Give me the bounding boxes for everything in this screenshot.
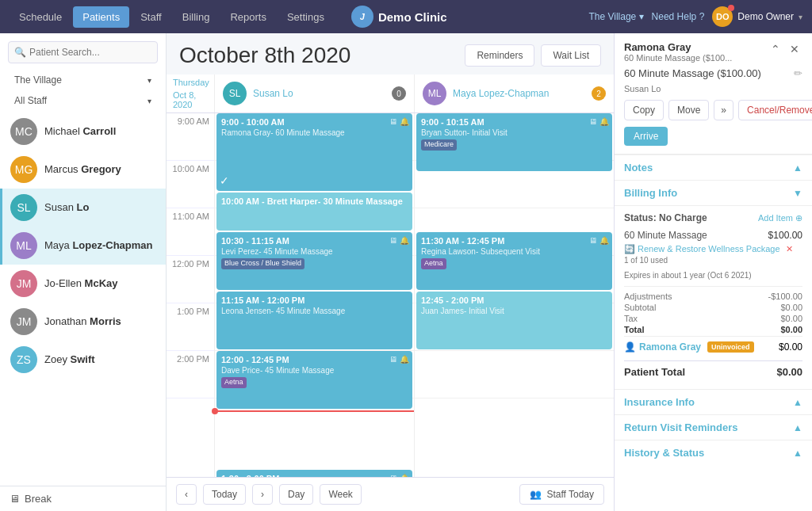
prev-button[interactable]: ‹: [176, 484, 197, 505]
patient-link[interactable]: 👤 Ramona Gray Uninvoiced: [624, 341, 754, 353]
nav-tab-schedule[interactable]: Schedule: [10, 6, 71, 28]
staff-list: MC Michael Carroll MG Marcus Gregory SL …: [0, 112, 166, 486]
col-badge-susan-lo: 0: [392, 86, 406, 101]
staff-item-michael-carroll[interactable]: MC Michael Carroll: [0, 112, 166, 151]
nav-tab-patients[interactable]: Patients: [73, 6, 129, 28]
calendar-title: October 8th 2020: [179, 43, 350, 68]
more-button[interactable]: »: [714, 100, 733, 120]
owner-area[interactable]: DO Demo Owner ▾: [712, 6, 802, 27]
total-row: Total $0.00: [624, 325, 802, 334]
staff-item-susan-lo[interactable]: SL Susan Lo: [0, 189, 166, 227]
week-button[interactable]: Week: [320, 484, 361, 505]
sidebar: 🔍 The Village ▾ All Staff ▾ MC Michael C…: [0, 33, 167, 511]
move-button[interactable]: Move: [668, 100, 709, 120]
day-button[interactable]: Day: [279, 484, 313, 505]
return-visits-section-header[interactable]: Return Visit Reminders ▲: [615, 414, 812, 440]
appt-dave-price[interactable]: 🖥 🔔 12:00 - 12:45 PM Dave Price- 45 Minu…: [216, 351, 412, 409]
edit-appt-button[interactable]: ✏: [794, 67, 802, 79]
close-button[interactable]: ✕: [787, 41, 802, 57]
time-slot-10am: 10:00 AM: [167, 161, 214, 208]
waitlist-button[interactable]: Wait List: [541, 44, 601, 67]
time-slot-2pm: 2:00 PM: [167, 351, 214, 399]
staff-item-marcus-gregory[interactable]: MG Marcus Gregory: [0, 151, 166, 189]
appt-juan-james[interactable]: 12:45 - 2:00 PM Juan James- Initial Visi…: [416, 292, 612, 349]
current-time-indicator: [215, 410, 414, 412]
staff-name: Michael Carroll: [44, 125, 116, 139]
add-item-link[interactable]: Add Item ⊕: [758, 213, 802, 223]
collapse-button[interactable]: ⌃: [768, 41, 783, 57]
date-day-label: Thursday: [167, 74, 214, 90]
rp-patient-name: Ramona Gray: [624, 41, 732, 53]
subtotal-row: Subtotal $0.00: [624, 303, 802, 312]
time-slot-9am: 9:00 AM: [167, 113, 214, 161]
appt-icons: 🖥 🔔: [589, 116, 609, 127]
insurance-section-header[interactable]: Insurance Info ▲: [615, 389, 812, 414]
arrive-button[interactable]: Arrive: [624, 127, 668, 146]
appt-levi-perez[interactable]: 🖥 🔔 10:30 - 11:15 AM Levi Perez- 45 Minu…: [216, 232, 412, 290]
appt-marlene-ryan[interactable]: 🖥 🔔 1:30 - 3:00 PM Marlene Ryan- 90 Minu…: [216, 470, 412, 477]
staff-item-joellen-mckay[interactable]: JM Jo-Ellen McKay: [0, 265, 166, 303]
break-button[interactable]: 🖥 Break: [0, 486, 166, 511]
col-header-susan-lo[interactable]: SL Susan Lo 0: [214, 74, 414, 112]
person-icon: 👤: [624, 341, 636, 353]
calendar-bottom-nav: ‹ Today › Day Week 👥 Staff Today: [167, 477, 614, 511]
nav-tab-reports[interactable]: Reports: [220, 6, 276, 28]
tax-row: Tax $0.00: [624, 314, 802, 323]
staff-item-zoey-swift[interactable]: ZS Zoey Swift: [0, 341, 166, 379]
appt-bryan-sutton[interactable]: 🖥 🔔 9:00 - 10:15 AM Bryan Sutton- Initia…: [416, 113, 612, 171]
nav-tab-settings[interactable]: Settings: [278, 6, 334, 28]
history-section-header[interactable]: History & Status ▲: [615, 440, 812, 465]
date-sub-label: Oct 8, 2020: [167, 90, 214, 112]
avatar: ZS: [10, 346, 37, 373]
uninvoiced-badge: Uninvoiced: [707, 341, 754, 353]
insurance-badge: Aetna: [421, 258, 446, 269]
rp-appt-full-info: 60 Minute Massage ($100.00) ✏: [624, 67, 802, 79]
staff-item-maya-lopez-chapman[interactable]: ML Maya Lopez-Chapman: [0, 227, 166, 265]
rp-provider-name: Susan Lo: [624, 84, 802, 93]
col-badge-maya: 2: [592, 86, 606, 101]
time-col-spacer: Thursday Oct 8, 2020: [167, 74, 214, 112]
rp-header-actions: ⌃ ✕: [768, 41, 802, 57]
appt-leona-jensen[interactable]: 11:15 AM - 12:00 PM Leona Jensen- 45 Min…: [216, 292, 412, 349]
appt-brett-harper[interactable]: 10:00 AM - Brett Harper- 30 Minute Massa…: [216, 193, 412, 231]
calendar-grid: 9:00 AM 10:00 AM 11:00 AM 12:00 PM 1:00 …: [167, 113, 614, 477]
reminders-button[interactable]: Reminders: [465, 44, 534, 67]
village-link[interactable]: The Village ▾: [588, 11, 643, 22]
staff-name: Zoey Swift: [44, 353, 95, 367]
calendar-area: October 8th 2020 Reminders Wait List Thu…: [167, 33, 614, 511]
chevron-down-icon: ▾: [147, 97, 151, 105]
avatar: SL: [10, 194, 37, 221]
staff-item-jonathan-morris[interactable]: JM Jonathan Morris: [0, 303, 166, 341]
billing-status-row: Status: No Charge Add Item ⊕: [624, 212, 802, 223]
help-link[interactable]: Need Help ?: [652, 11, 705, 22]
appt-col-susan-lo: 🖥 🔔 9:00 - 10:00 AM Ramona Gray- 60 Minu…: [214, 113, 414, 477]
nav-tab-staff[interactable]: Staff: [131, 6, 171, 28]
notes-section-header[interactable]: Notes ▲: [615, 154, 812, 180]
col-header-maya-lopez[interactable]: ML Maya Lopez-Chapman 2: [414, 74, 614, 112]
sidebar-search-area: 🔍: [0, 33, 166, 68]
patient-search-input[interactable]: [8, 41, 158, 63]
staff-filter[interactable]: All Staff ▾: [8, 92, 158, 109]
billing-info-section-header[interactable]: Billing Info ▼: [615, 180, 812, 205]
package-row[interactable]: 🔄 Renew & Restore Wellness Package ✕: [624, 244, 802, 254]
village-filter[interactable]: The Village ▾: [8, 71, 158, 89]
package-expires: Expires in about 1 year (Oct 6 2021): [624, 271, 802, 280]
copy-button[interactable]: Copy: [624, 100, 664, 120]
search-icon: 🔍: [14, 47, 26, 58]
avatar: JM: [10, 270, 37, 297]
staff-today-button[interactable]: 👥 Staff Today: [519, 484, 604, 505]
sidebar-filters: The Village ▾ All Staff ▾: [0, 68, 166, 112]
people-icon: 👥: [530, 489, 542, 500]
service-price: $100.00: [768, 230, 802, 241]
today-button[interactable]: Today: [203, 484, 246, 505]
appt-regina-lawson[interactable]: 🖥 🔔 11:30 AM - 12:45 PM Regina Lawson- S…: [416, 232, 612, 290]
next-button[interactable]: ›: [252, 484, 273, 505]
nav-tab-billing[interactable]: Billing: [173, 6, 220, 28]
main-layout: 🔍 The Village ▾ All Staff ▾ MC Michael C…: [0, 33, 812, 511]
appt-ramona-gray[interactable]: 🖥 🔔 9:00 - 10:00 AM Ramona Gray- 60 Minu…: [216, 113, 412, 191]
col-avatar-maya: ML: [423, 82, 446, 105]
chevron-up-icon: ▲: [793, 448, 802, 459]
chevron-down-icon: ▼: [793, 188, 802, 199]
insurance-badge: Medicare: [421, 139, 457, 151]
cancel-remove-button[interactable]: Cancel/Remove: [738, 100, 812, 120]
